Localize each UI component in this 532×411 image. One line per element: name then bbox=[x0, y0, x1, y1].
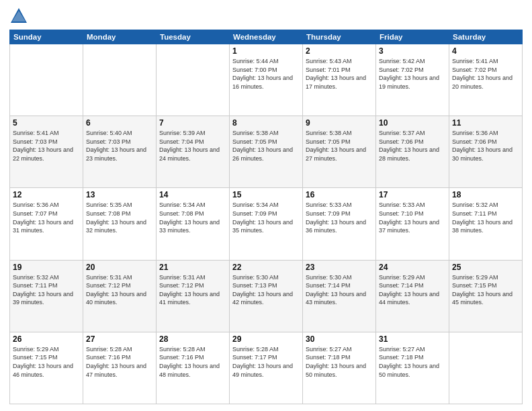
day-info: Sunrise: 5:34 AM Sunset: 7:08 PM Dayligh… bbox=[159, 201, 226, 234]
day-number: 15 bbox=[232, 190, 300, 199]
calendar-cell: 25Sunrise: 5:29 AM Sunset: 7:15 PM Dayli… bbox=[449, 260, 523, 332]
calendar-cell: 13Sunrise: 5:35 AM Sunset: 7:08 PM Dayli… bbox=[83, 188, 157, 260]
day-number: 14 bbox=[159, 190, 226, 199]
calendar-cell bbox=[157, 44, 230, 116]
logo-icon bbox=[9, 7, 28, 26]
page: SundayMondayTuesdayWednesdayThursdayFrid… bbox=[0, 0, 532, 411]
calendar-cell: 14Sunrise: 5:34 AM Sunset: 7:08 PM Dayli… bbox=[157, 188, 230, 260]
day-info: Sunrise: 5:39 AM Sunset: 7:04 PM Dayligh… bbox=[159, 129, 226, 163]
day-info: Sunrise: 5:29 AM Sunset: 7:14 PM Dayligh… bbox=[379, 273, 446, 307]
day-info: Sunrise: 5:33 AM Sunset: 7:10 PM Dayligh… bbox=[379, 201, 446, 234]
day-number: 9 bbox=[306, 118, 373, 128]
calendar-cell: 15Sunrise: 5:34 AM Sunset: 7:09 PM Dayli… bbox=[230, 188, 303, 260]
day-info: Sunrise: 5:41 AM Sunset: 7:02 PM Dayligh… bbox=[452, 57, 519, 91]
day-number: 7 bbox=[159, 118, 226, 128]
day-number: 23 bbox=[306, 263, 373, 272]
calendar-cell: 16Sunrise: 5:33 AM Sunset: 7:09 PM Dayli… bbox=[303, 188, 376, 260]
calendar-cell: 19Sunrise: 5:32 AM Sunset: 7:11 PM Dayli… bbox=[10, 260, 83, 332]
calendar-cell: 11Sunrise: 5:36 AM Sunset: 7:06 PM Dayli… bbox=[449, 116, 523, 188]
day-number: 18 bbox=[452, 190, 519, 199]
calendar-cell: 4Sunrise: 5:41 AM Sunset: 7:02 PM Daylig… bbox=[449, 44, 523, 116]
day-info: Sunrise: 5:32 AM Sunset: 7:11 PM Dayligh… bbox=[452, 201, 519, 234]
day-number: 6 bbox=[86, 118, 153, 128]
week-row-1: 5Sunrise: 5:41 AM Sunset: 7:03 PM Daylig… bbox=[10, 116, 523, 188]
day-number: 31 bbox=[379, 334, 446, 344]
calendar-cell: 3Sunrise: 5:42 AM Sunset: 7:02 PM Daylig… bbox=[376, 44, 449, 116]
calendar-cell: 31Sunrise: 5:27 AM Sunset: 7:18 PM Dayli… bbox=[376, 332, 449, 404]
day-number: 3 bbox=[379, 46, 446, 56]
day-info: Sunrise: 5:42 AM Sunset: 7:02 PM Dayligh… bbox=[379, 57, 446, 91]
calendar-cell: 10Sunrise: 5:37 AM Sunset: 7:06 PM Dayli… bbox=[376, 116, 449, 188]
calendar-cell: 12Sunrise: 5:36 AM Sunset: 7:07 PM Dayli… bbox=[10, 188, 83, 260]
header-thursday: Thursday bbox=[303, 30, 376, 44]
calendar-cell: 7Sunrise: 5:39 AM Sunset: 7:04 PM Daylig… bbox=[157, 116, 230, 188]
day-number: 13 bbox=[86, 190, 153, 199]
day-number: 20 bbox=[86, 263, 153, 272]
calendar-cell: 21Sunrise: 5:31 AM Sunset: 7:12 PM Dayli… bbox=[157, 260, 230, 332]
calendar-cell: 22Sunrise: 5:30 AM Sunset: 7:13 PM Dayli… bbox=[230, 260, 303, 332]
day-info: Sunrise: 5:27 AM Sunset: 7:18 PM Dayligh… bbox=[379, 345, 446, 379]
svg-marker-1 bbox=[12, 11, 26, 21]
day-info: Sunrise: 5:36 AM Sunset: 7:06 PM Dayligh… bbox=[452, 129, 519, 163]
day-number: 19 bbox=[13, 263, 80, 272]
day-info: Sunrise: 5:30 AM Sunset: 7:14 PM Dayligh… bbox=[306, 273, 373, 307]
day-info: Sunrise: 5:36 AM Sunset: 7:07 PM Dayligh… bbox=[13, 201, 80, 234]
calendar-cell: 23Sunrise: 5:30 AM Sunset: 7:14 PM Dayli… bbox=[303, 260, 376, 332]
header bbox=[9, 7, 523, 26]
day-number: 10 bbox=[379, 118, 446, 128]
header-monday: Monday bbox=[83, 30, 157, 44]
day-number: 28 bbox=[159, 334, 226, 344]
day-number: 8 bbox=[232, 118, 300, 128]
calendar-cell: 26Sunrise: 5:29 AM Sunset: 7:15 PM Dayli… bbox=[10, 332, 83, 404]
header-tuesday: Tuesday bbox=[157, 30, 230, 44]
day-info: Sunrise: 5:27 AM Sunset: 7:18 PM Dayligh… bbox=[306, 345, 373, 379]
day-info: Sunrise: 5:38 AM Sunset: 7:05 PM Dayligh… bbox=[306, 129, 373, 163]
day-info: Sunrise: 5:43 AM Sunset: 7:01 PM Dayligh… bbox=[306, 57, 373, 91]
day-number: 16 bbox=[306, 190, 373, 199]
day-number: 21 bbox=[159, 263, 226, 272]
calendar-cell: 9Sunrise: 5:38 AM Sunset: 7:05 PM Daylig… bbox=[303, 116, 376, 188]
calendar-cell: 18Sunrise: 5:32 AM Sunset: 7:11 PM Dayli… bbox=[449, 188, 523, 260]
week-row-4: 26Sunrise: 5:29 AM Sunset: 7:15 PM Dayli… bbox=[10, 332, 523, 404]
calendar-cell: 28Sunrise: 5:28 AM Sunset: 7:16 PM Dayli… bbox=[157, 332, 230, 404]
calendar-cell: 17Sunrise: 5:33 AM Sunset: 7:10 PM Dayli… bbox=[376, 188, 449, 260]
day-info: Sunrise: 5:28 AM Sunset: 7:17 PM Dayligh… bbox=[232, 345, 300, 379]
day-info: Sunrise: 5:41 AM Sunset: 7:03 PM Dayligh… bbox=[13, 129, 80, 163]
calendar-cell: 6Sunrise: 5:40 AM Sunset: 7:03 PM Daylig… bbox=[83, 116, 157, 188]
calendar-cell: 8Sunrise: 5:38 AM Sunset: 7:05 PM Daylig… bbox=[230, 116, 303, 188]
header-sunday: Sunday bbox=[10, 30, 83, 44]
day-info: Sunrise: 5:31 AM Sunset: 7:12 PM Dayligh… bbox=[159, 273, 226, 307]
day-number: 24 bbox=[379, 263, 446, 272]
calendar-cell: 1Sunrise: 5:44 AM Sunset: 7:00 PM Daylig… bbox=[230, 44, 303, 116]
day-info: Sunrise: 5:29 AM Sunset: 7:15 PM Dayligh… bbox=[13, 345, 80, 379]
day-info: Sunrise: 5:40 AM Sunset: 7:03 PM Dayligh… bbox=[86, 129, 153, 163]
day-info: Sunrise: 5:32 AM Sunset: 7:11 PM Dayligh… bbox=[13, 273, 80, 307]
day-info: Sunrise: 5:30 AM Sunset: 7:13 PM Dayligh… bbox=[232, 273, 300, 307]
day-number: 25 bbox=[452, 263, 519, 272]
calendar-header-row: SundayMondayTuesdayWednesdayThursdayFrid… bbox=[10, 30, 523, 44]
calendar-cell bbox=[10, 44, 83, 116]
calendar-cell: 27Sunrise: 5:28 AM Sunset: 7:16 PM Dayli… bbox=[83, 332, 157, 404]
header-friday: Friday bbox=[376, 30, 449, 44]
week-row-2: 12Sunrise: 5:36 AM Sunset: 7:07 PM Dayli… bbox=[10, 188, 523, 260]
day-number: 5 bbox=[13, 118, 80, 128]
calendar-cell bbox=[83, 44, 157, 116]
calendar-cell bbox=[449, 332, 523, 404]
header-wednesday: Wednesday bbox=[230, 30, 303, 44]
day-info: Sunrise: 5:29 AM Sunset: 7:15 PM Dayligh… bbox=[452, 273, 519, 307]
day-info: Sunrise: 5:37 AM Sunset: 7:06 PM Dayligh… bbox=[379, 129, 446, 163]
day-info: Sunrise: 5:34 AM Sunset: 7:09 PM Dayligh… bbox=[232, 201, 300, 234]
header-saturday: Saturday bbox=[449, 30, 523, 44]
day-info: Sunrise: 5:28 AM Sunset: 7:16 PM Dayligh… bbox=[86, 345, 153, 379]
week-row-0: 1Sunrise: 5:44 AM Sunset: 7:00 PM Daylig… bbox=[10, 44, 523, 116]
calendar-table: SundayMondayTuesdayWednesdayThursdayFrid… bbox=[9, 30, 523, 404]
day-number: 12 bbox=[13, 190, 80, 199]
day-info: Sunrise: 5:31 AM Sunset: 7:12 PM Dayligh… bbox=[86, 273, 153, 307]
calendar-cell: 24Sunrise: 5:29 AM Sunset: 7:14 PM Dayli… bbox=[376, 260, 449, 332]
day-number: 1 bbox=[232, 46, 300, 56]
day-info: Sunrise: 5:28 AM Sunset: 7:16 PM Dayligh… bbox=[159, 345, 226, 379]
day-info: Sunrise: 5:33 AM Sunset: 7:09 PM Dayligh… bbox=[306, 201, 373, 234]
calendar-cell: 2Sunrise: 5:43 AM Sunset: 7:01 PM Daylig… bbox=[303, 44, 376, 116]
calendar-cell: 5Sunrise: 5:41 AM Sunset: 7:03 PM Daylig… bbox=[10, 116, 83, 188]
day-info: Sunrise: 5:38 AM Sunset: 7:05 PM Dayligh… bbox=[232, 129, 300, 163]
